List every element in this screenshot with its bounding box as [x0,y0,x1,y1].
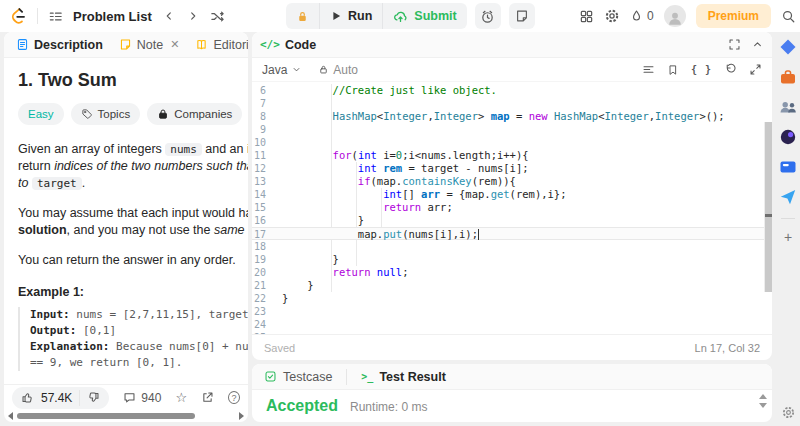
tab-editorial[interactable]: Editorial [191,38,248,52]
briefcase-icon[interactable] [779,68,797,86]
code-panel: </> Code Java Auto [252,32,772,360]
example-line: Input: nums = [2,7,11,15], target = 9 [30,307,248,323]
search-icon[interactable] [781,9,796,24]
gem-icon[interactable] [779,38,797,56]
shuffle-icon[interactable] [210,9,225,24]
reset-icon[interactable] [724,63,737,76]
thumbs-up-icon[interactable] [21,391,34,404]
difficulty-badge[interactable]: Easy [18,103,64,125]
prev-problem-icon[interactable] [162,9,176,23]
run-label: Run [348,9,372,23]
tab-note[interactable]: Note ✕ [115,38,184,52]
line-number: 6 [252,84,282,97]
scroll-right-arrow[interactable] [239,412,244,420]
code-line[interactable]: 22} [252,292,772,305]
code-line[interactable]: 15 return arr; [252,201,772,214]
topics-button[interactable]: Topics [71,103,141,125]
orb-icon[interactable] [779,128,797,146]
testcase-label: Testcase [283,370,332,384]
problem-footer: 57.4K 940 ☆ ? [4,384,248,410]
share-icon[interactable] [201,391,214,404]
line-number: 9 [252,123,282,136]
problem-list-label[interactable]: Problem List [73,9,152,24]
editor-status-bar: Saved Ln 17, Col 32 [252,334,772,360]
premium-button[interactable]: Premium [696,4,771,28]
like-divider [79,390,80,406]
page-settings-icon[interactable] [781,405,796,420]
lock-icon [318,64,329,75]
code-icon: </> [260,38,280,51]
next-problem-icon[interactable] [186,9,200,23]
fullscreen-icon[interactable] [728,38,741,51]
community-icon[interactable] [779,98,797,116]
code-line[interactable]: 20 return null; [252,266,772,279]
code-line[interactable]: 8 HashMap<Integer,Integer> map = new Has… [252,110,772,123]
scroll-left-arrow[interactable] [8,412,13,420]
submit-button[interactable]: Submit [383,3,466,29]
line-number: 10 [252,136,282,149]
avatar[interactable] [664,5,686,27]
code-line[interactable]: 13 if(map.containsKey(rem)){ [252,175,772,188]
code-line[interactable]: 7 [252,97,772,110]
line-number: 16 [252,214,282,227]
code-line[interactable]: 16 } [252,214,772,227]
add-app-icon[interactable]: + [784,231,792,243]
card-icon[interactable] [779,158,797,176]
code-line[interactable]: 6 //Create just like object. [252,84,772,97]
comment-count: 940 [141,391,161,405]
description-tab-bar: Description Note ✕ Editorial S [4,32,248,58]
tab-test-result[interactable]: >_ Test Result [357,370,450,384]
tab-note-label: Note [137,38,163,52]
code-line[interactable]: 25 [252,331,772,334]
auto-toggle[interactable]: Auto [318,63,358,77]
code-line[interactable]: 12 int rem = target - nums[i]; [252,162,772,175]
line-number: 24 [252,318,282,331]
tab-testcase[interactable]: Testcase [260,370,336,384]
collapse-chevron-icon[interactable] [751,38,764,51]
snippets-icon[interactable]: { } [691,64,712,75]
language-selector[interactable]: Java [262,63,302,77]
panel-scroll-down-icon[interactable] [759,403,767,408]
companies-button[interactable]: Companies [147,103,242,125]
notes-button[interactable] [509,3,535,29]
favorite-star-icon[interactable]: ☆ [175,390,187,405]
layout-icon[interactable] [579,9,594,24]
code-line[interactable]: 17 map.put(nums[i],i); [252,227,772,240]
comments-button[interactable]: 940 [123,391,161,405]
tab-description[interactable]: Description [12,38,107,52]
format-icon[interactable] [642,63,655,76]
problem-list-icon[interactable] [48,9,63,24]
code-line[interactable]: 9 [252,123,772,136]
thumbs-down-icon[interactable] [87,391,100,404]
code-line[interactable]: 24 [252,318,772,331]
runtime-label: Runtime: 0 ms [350,400,427,414]
scrollbar-thumb[interactable] [17,413,195,419]
code-line[interactable]: 10 [252,136,772,149]
code-line[interactable]: 14 int[] arr = {map.get(rem),i}; [252,188,772,201]
help-icon[interactable]: ? [228,391,240,404]
leetcode-logo[interactable] [10,8,27,25]
timer-button[interactable] [475,3,501,29]
code-line[interactable]: 23 [252,305,772,318]
code-line[interactable]: 18 [252,240,772,253]
streak-counter[interactable]: 0 [630,9,654,23]
bookmark-icon[interactable] [667,64,679,76]
code-editor[interactable]: 6 //Create just like object.78 HashMap<I… [252,82,772,334]
status-accepted[interactable]: Accepted [266,397,338,415]
line-number: 21 [252,279,282,292]
code-line[interactable]: 21 } [252,279,772,292]
code-line[interactable]: 11 for(int i=0;i<nums.length;i++){ [252,149,772,162]
result-panel: Testcase >_ Test Result Accepted Runtime… [252,364,772,422]
nav-divider [37,8,38,24]
maximize-icon[interactable] [749,63,762,76]
panel-scroll-up-icon[interactable] [759,394,767,399]
settings-icon[interactable] [604,8,620,24]
code-line[interactable]: 19 } [252,253,772,266]
close-note-icon[interactable]: ✕ [170,38,179,51]
tab-editorial-label: Editorial [213,38,248,52]
editor-scrollbar[interactable] [764,122,772,292]
run-button[interactable]: Run [320,3,382,29]
run-submit-bar: Run Submit [286,3,467,29]
paper-plane-icon[interactable] [779,188,797,206]
debugger-lock-button[interactable] [286,3,319,29]
